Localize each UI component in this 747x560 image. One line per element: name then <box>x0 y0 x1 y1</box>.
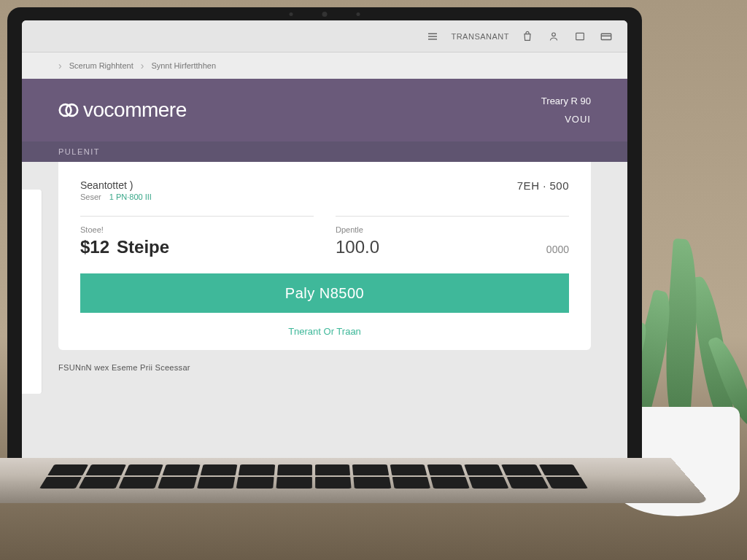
side-panel-peek <box>22 190 42 394</box>
user-icon[interactable] <box>546 28 562 44</box>
checkout-card: Seantottet ) Seser 1 PN·800 III 7EH · 50… <box>58 162 591 350</box>
laptop-screen: Transanant <box>22 20 627 474</box>
top-toolbar: Transanant <box>22 20 627 52</box>
header-meta-top: Treary R 90 <box>541 96 591 106</box>
svg-rect-5 <box>601 34 611 39</box>
header-subbar: PULENIT <box>22 141 627 162</box>
amount-box-right: Dpentle 100.0 0000 <box>336 216 569 257</box>
shopping-bag-icon[interactable] <box>519 28 535 44</box>
breadcrumb-item[interactable]: Scerum Righhtent <box>69 61 133 70</box>
chevron-right-icon: › <box>58 60 62 71</box>
svg-point-3 <box>552 33 556 36</box>
laptop-frame: Transanant <box>7 7 642 474</box>
laptop-base <box>0 458 711 503</box>
chevron-right-icon: › <box>141 60 144 71</box>
hamburger-menu-icon[interactable] <box>425 28 441 44</box>
header-meta-bottom: VOUI <box>565 114 591 125</box>
toolbar-label: Transanant <box>451 32 509 41</box>
amount-left-label: Stoee! <box>80 225 314 234</box>
brand-header: vocommere Treary R 90 VOUI <box>22 79 627 141</box>
summary-sublabel: Seser <box>80 192 101 201</box>
header-subbar-label: PULENIT <box>58 147 100 156</box>
status-link[interactable]: Tnerant Or Traan <box>80 326 569 337</box>
webcam-row <box>290 12 360 17</box>
amount-box-left: Stoee! $12 Steipe <box>80 216 314 257</box>
brand-name: vocommere <box>83 98 187 122</box>
svg-rect-4 <box>576 33 584 39</box>
breadcrumb-item[interactable]: Synnt Hirfertthhen <box>151 61 216 70</box>
amount-right-value: 100.0 <box>336 237 379 257</box>
amount-right-label: Dpentle <box>336 225 569 234</box>
footer-note: FSUNnN wex Eseme Prii Sceessar <box>58 363 591 372</box>
window-box-icon[interactable] <box>572 28 588 44</box>
pay-button-label: Paly N8500 <box>285 285 364 302</box>
amount-right-tail: 0000 <box>546 244 569 255</box>
logo-icon <box>58 100 79 120</box>
keyboard <box>39 464 588 489</box>
brand-logo-block[interactable]: vocommere <box>58 98 187 122</box>
card-icon[interactable] <box>598 28 614 44</box>
amount-left-prefix: $12 <box>80 237 109 257</box>
pay-button[interactable]: Paly N8500 <box>80 273 569 313</box>
breadcrumb: › Scerum Righhtent › Synnt Hirfertthhen <box>22 52 627 79</box>
summary-highlight: 1 PN·800 III <box>109 192 152 201</box>
amount-left-main: Steipe <box>117 237 169 257</box>
summary-right-value: 7EH · 500 <box>517 179 569 192</box>
summary-label: Seantottet ) <box>80 179 152 191</box>
